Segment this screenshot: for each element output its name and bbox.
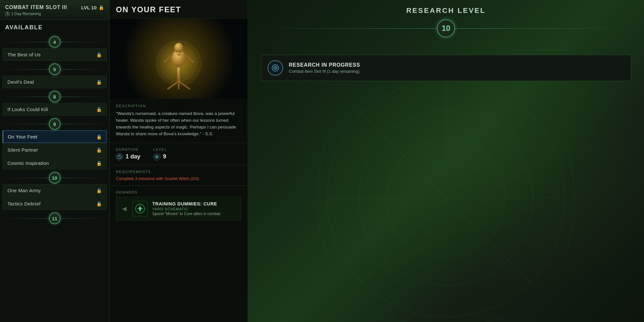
description-section: DESCRIPTION "Wanda's nursemaid, a creatu… [109, 99, 248, 143]
right-panel-bg [248, 0, 644, 322]
duration-label: DURATION [116, 147, 138, 151]
stats-row: DURATION 1 day LEVEL [109, 143, 248, 165]
mission-item-one-man-army[interactable]: One Man Army 🔒 [3, 184, 107, 197]
requirements-label: REQUIREMENTS [116, 170, 241, 174]
reward-nav-left[interactable]: ◀ [121, 205, 128, 212]
reward-info: TRAINING DUMMIES: CURE YARD SCHEMATIC Sp… [152, 201, 221, 216]
left-panel: Combat Item Slot III LVL 10 🔒 1 Day Rema… [0, 0, 109, 322]
lock-icon: 🔒 [96, 201, 102, 206]
reward-name: TRAINING DUMMIES: CURE [152, 201, 221, 206]
research-in-progress-title: RESEARCH IN PROGRESS [289, 62, 360, 68]
level-badge-9: 9 [49, 118, 61, 130]
mission-name: The Best of Us [7, 52, 41, 57]
training-dummy-svg [153, 25, 204, 92]
svg-point-20 [327, 79, 565, 317]
research-level-number-container: 10 [261, 19, 631, 37]
lock-icon: 🔒 [96, 107, 102, 112]
mission-name: On Your Feet [8, 134, 37, 139]
mission-title-bar: ON YOUR FEET [109, 0, 248, 18]
mission-image-container [109, 18, 248, 99]
svg-point-22 [387, 139, 506, 258]
reward-desc: Spend "Moves" to Cure allies in combat. [152, 212, 221, 216]
level-badge-4: 4 [49, 36, 61, 48]
lock-icon: 🔒 [99, 5, 104, 10]
level-value: 9 [163, 153, 166, 160]
description-label: DESCRIPTION [116, 104, 241, 108]
svg-point-21 [359, 111, 533, 285]
lock-icon: 🔒 [96, 161, 102, 166]
research-header: RESEARCH LEVEL 10 [248, 0, 644, 48]
duration-value: 1 day [126, 153, 140, 160]
mission-name: One Man Army [7, 188, 41, 193]
mission-item-the-best-of-us[interactable]: The Best of Us 🔒 [3, 48, 107, 61]
lock-icon: 🔒 [96, 80, 102, 85]
level-badge-5: 5 [49, 63, 61, 75]
lock-icon: 🔒 [96, 52, 102, 57]
research-in-progress-info: RESEARCH IN PROGRESS Combat Item Slot II… [289, 62, 360, 74]
mission-name: Silent Partner [7, 147, 38, 153]
reward-type: YARD SCHEMATIC [152, 207, 221, 211]
combat-slot-header: Combat Item Slot III LVL 10 🔒 1 Day Rema… [0, 0, 109, 20]
reward-item: ◀ TRAINING DUMMIES: CURE YARD SCHEMATIC … [116, 197, 241, 221]
level-stat: LEVEL 9 [153, 147, 167, 160]
mission-item-cosmic-inspiration[interactable]: Cosmic Inspiration 🔒 [3, 157, 107, 169]
svg-point-29 [275, 67, 276, 69]
svg-point-16 [156, 156, 158, 157]
svg-rect-11 [177, 52, 180, 55]
svg-line-14 [119, 157, 120, 157]
clock-stat-icon [116, 153, 123, 160]
svg-rect-19 [139, 209, 141, 211]
right-panel: RESEARCH LEVEL 10 RESEARCH IN PROGRESS C… [248, 0, 644, 322]
missions-list: 4 The Best of Us 🔒 5 Devil's Deal 🔒 8 If… [0, 33, 109, 322]
mission-name: If Looks Could Kill [7, 107, 48, 112]
research-level-badge: 10 [437, 19, 455, 37]
level-stat-icon [153, 153, 160, 160]
level-badge-11: 11 [49, 213, 61, 224]
requirements-section: REQUIREMENTS Complete 3 missions with Sc… [109, 165, 248, 186]
requirements-text: Complete 3 missions with Scarlet Witch (… [116, 176, 241, 181]
clock-icon [5, 12, 10, 16]
level-badge-8: 8 [49, 91, 61, 102]
combat-slot-name: Combat Item Slot III [5, 5, 67, 10]
research-level-label: RESEARCH LEVEL [261, 6, 631, 15]
right-panel-decoration [248, 0, 644, 322]
mission-item-silent-partner[interactable]: Silent Partner 🔒 [3, 144, 107, 156]
svg-line-26 [359, 111, 533, 285]
mission-name: Tactics Debrief [7, 201, 41, 206]
svg-point-8 [174, 43, 183, 53]
mission-name: Devil's Deal [7, 79, 34, 85]
description-text: "Wanda's nursemaid, a creature named Bov… [116, 110, 241, 137]
available-label: AVAILABLE [0, 20, 109, 33]
nav-left-arrow[interactable]: ◀ [121, 205, 128, 212]
level-badge-10: 10 [49, 172, 61, 184]
combat-slot-level: LVL 10 🔒 [81, 5, 104, 10]
research-icon [268, 60, 283, 76]
mission-item-on-your-feet[interactable]: On Your Feet 🔒 [3, 130, 107, 143]
level-badge-row-4: 4 [3, 36, 107, 48]
duration-stat: DURATION 1 day [116, 147, 140, 160]
lock-icon: 🔒 [96, 134, 102, 139]
mission-item-if-looks-could-kill[interactable]: If Looks Could Kill 🔒 [3, 103, 107, 116]
research-in-progress-card: RESEARCH IN PROGRESS Combat Item Slot II… [261, 55, 631, 81]
level-badge-row-10: 10 [3, 172, 107, 184]
mission-title-text: ON YOUR FEET [116, 5, 241, 14]
level-badge-row-8: 8 [3, 91, 107, 102]
mission-item-devils-deal[interactable]: Devil's Deal 🔒 [3, 76, 107, 88]
reward-icon-box [132, 201, 148, 216]
level-badge-row-5: 5 [3, 63, 107, 75]
level-badge-row-11: 11 [3, 213, 107, 224]
mission-item-tactics-debrief[interactable]: Tactics Debrief 🔒 [3, 197, 107, 210]
research-in-progress-sub: Combat Item Slot III (1 day remaining) [289, 69, 360, 74]
level-label: LEVEL [153, 147, 167, 151]
mission-name: Cosmic Inspiration [7, 160, 49, 166]
lock-icon: 🔒 [96, 188, 102, 193]
svg-line-25 [359, 111, 533, 285]
center-panel: ON YOUR FEET [109, 0, 248, 322]
time-remaining: 1 Day Remaining [5, 12, 104, 16]
rewards-label: REWARDS [116, 190, 241, 194]
lock-icon: 🔒 [96, 147, 102, 153]
level-badge-row-9: 9 [3, 118, 107, 130]
rewards-section: REWARDS ◀ TRAINING DUMMIES: CURE YARD SC… [109, 186, 248, 225]
